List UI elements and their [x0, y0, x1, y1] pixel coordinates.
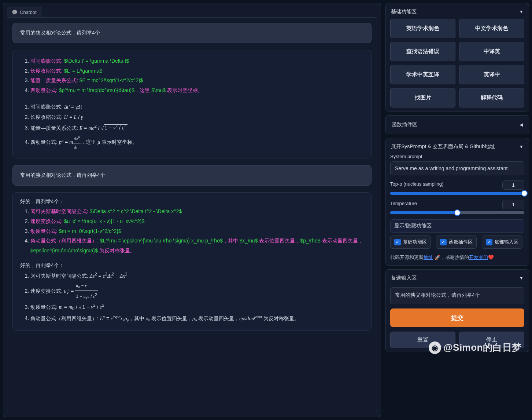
- formula-rendered-item: 速度变换公式: ux′ = ux − v1 − uxv / c2: [30, 281, 364, 302]
- alt-input[interactable]: 常用的狭义相对论公式，请再列举4个: [390, 287, 524, 304]
- top-p-slider[interactable]: [390, 192, 524, 195]
- stop-button[interactable]: 停止: [459, 332, 524, 348]
- check-icon: ✓: [394, 239, 401, 245]
- formula-raw-item: 动质量公式: $m = m_0/\sqrt{1-v^2/c^2}$: [30, 226, 364, 236]
- user-message: 常用的狭义相对论公式，请再列举4个: [12, 165, 372, 186]
- collapse-icon[interactable]: ▼: [519, 275, 524, 281]
- tab-chatbot[interactable]: 💬 Chatbot: [7, 7, 41, 17]
- basic-btn-6[interactable]: 找图片: [390, 88, 455, 107]
- basic-btn-2[interactable]: 查找语法错误: [390, 42, 455, 61]
- devs-link[interactable]: 开发者们: [469, 255, 488, 260]
- bot-preamble: 好的，再列举4个：: [20, 198, 364, 205]
- formula-rendered-item: 动质量公式: m = m0 / √1 − v2 / c2: [30, 302, 364, 313]
- check-icon: ✓: [486, 239, 492, 245]
- formula-raw-item: 角动量公式（利用四维矢量）: $L^\mu = \epsilon^{\mu \n…: [30, 236, 364, 255]
- formula-rendered-item: 时间膨胀公式: Δt′ = γΔt: [30, 102, 364, 112]
- bot-message: 时间膨胀公式: $\Delta t' = \gamma \Delta t$长度收…: [12, 50, 372, 158]
- panel-title: 基础功能区: [391, 8, 417, 15]
- toggle-section-title: 显示/隐藏功能区: [390, 219, 524, 233]
- expand-icon[interactable]: ◀: [520, 122, 523, 127]
- top-p-value[interactable]: 1: [502, 180, 524, 190]
- formula-raw-item: 闵可夫斯基时空间隔公式: $\Delta s^2 = c^2 \Delta t^…: [30, 207, 364, 216]
- chat-panel: 💬 Chatbot 常用的狭义相对论公式，请列举4个 时间膨胀公式: $\Del…: [3, 3, 381, 417]
- basic-btn-4[interactable]: 学术中英互译: [390, 65, 455, 84]
- user-message: 常用的狭义相对论公式，请列举4个: [12, 23, 372, 43]
- basic-btn-1[interactable]: 中文学术润色: [459, 19, 524, 38]
- system-prompt-label: System prompt: [390, 154, 524, 159]
- temperature-label: Temperature: [390, 201, 417, 206]
- submit-button[interactable]: 提交: [390, 308, 524, 327]
- formula-raw-item: 长度收缩公式: $L' = L/\gamma$: [30, 66, 364, 76]
- formula-rendered-item: 长度收缩公式: L′ = L / γ: [30, 112, 364, 123]
- toggle-check-2[interactable]: ✓底部输入区: [482, 235, 522, 249]
- collapse-icon[interactable]: ▼: [519, 9, 524, 14]
- formula-raw-item: 时间膨胀公式: $\Delta t' = \gamma \Delta t$: [30, 56, 364, 66]
- basic-btn-5[interactable]: 英译中: [459, 65, 524, 84]
- system-prompt-input[interactable]: Serve me as a writing and programming as…: [390, 161, 524, 175]
- top-p-label: Top-p (nucleus sampling): [390, 181, 443, 187]
- formula-rendered-item: 四动量公式: pμ = mdxμdτ，这里 μ 表示时空坐标。: [30, 133, 364, 152]
- sysprompt-panel: 展开SysPrompt & 交互界面布局 & Github地址 ▼ System…: [385, 138, 529, 266]
- check-icon: ✓: [440, 239, 447, 245]
- basic-panel: 基础功能区 ▼ 英语学术润色中文学术润色查找语法错误中译英学术中英互译英译中找图…: [385, 3, 529, 112]
- temperature-slider[interactable]: [390, 211, 524, 214]
- formula-rendered-item: 闵可夫斯基时空间隔公式: Δs2 = c2Δt2 − Δx2: [30, 270, 364, 281]
- bot-preamble: 好的，再列举4个：: [20, 262, 364, 269]
- formula-raw-item: 能量—质量关系公式: $E = mc^2/\sqrt{1-v^2/c^2}$: [30, 76, 364, 85]
- toggle-check-0[interactable]: ✓基础功能区: [390, 235, 431, 249]
- reset-button[interactable]: 重置: [390, 332, 455, 348]
- formula-rendered-item: 能量—质量关系公式: E = mc2 / √1 − v2 / c2: [30, 123, 364, 133]
- tab-label: Chatbot: [20, 10, 37, 15]
- basic-btn-3[interactable]: 中译英: [459, 42, 524, 61]
- panel-title: 展开SysPrompt & 交互界面布局 & Github地址: [391, 143, 495, 150]
- temperature-value[interactable]: 1: [502, 200, 524, 209]
- formula-raw-item: 四动量公式: $p^\mu = m \frac{dx^\mu}{d\tau}$，…: [30, 85, 364, 95]
- panel-title: 备选输入区: [391, 275, 417, 281]
- chat-scroll[interactable]: 常用的狭义相对论公式，请列举4个 时间膨胀公式: $\Delta t' = \g…: [7, 17, 377, 413]
- alt-input-panel: 备选输入区 ▼ 常用的狭义相对论公式，请再列举4个 提交 重置 停止: [385, 269, 529, 352]
- bot-message: 好的，再列举4个： 闵可夫斯基时空间隔公式: $\Delta s^2 = c^2…: [12, 192, 372, 330]
- plugin-panel: 函数插件区 ◀: [385, 115, 529, 134]
- chat-icon: 💬: [12, 10, 18, 15]
- toggle-check-1[interactable]: ✓函数插件区: [436, 235, 477, 249]
- basic-btn-7[interactable]: 解释代码: [459, 88, 524, 107]
- links-line: 代码开源和更新地址 🚀，感谢热情的开发者们❤️: [390, 254, 524, 262]
- basic-btn-0[interactable]: 英语学术润色: [390, 19, 455, 38]
- panel-title: 函数插件区: [392, 121, 417, 128]
- collapse-icon[interactable]: ▼: [519, 144, 524, 149]
- formula-rendered-item: 角动量公式（利用四维矢量）: Lμ = εμνρσxνpρ，其中 xν 表示位置…: [30, 313, 364, 324]
- formula-raw-item: 速度变换公式: $u_x' = \frac{u_x - v}{1 - u_xv/…: [30, 216, 364, 226]
- repo-link[interactable]: 地址: [424, 255, 433, 260]
- sidebar: 基础功能区 ▼ 英语学术润色中文学术润色查找语法错误中译英学术中英互译英译中找图…: [385, 3, 529, 417]
